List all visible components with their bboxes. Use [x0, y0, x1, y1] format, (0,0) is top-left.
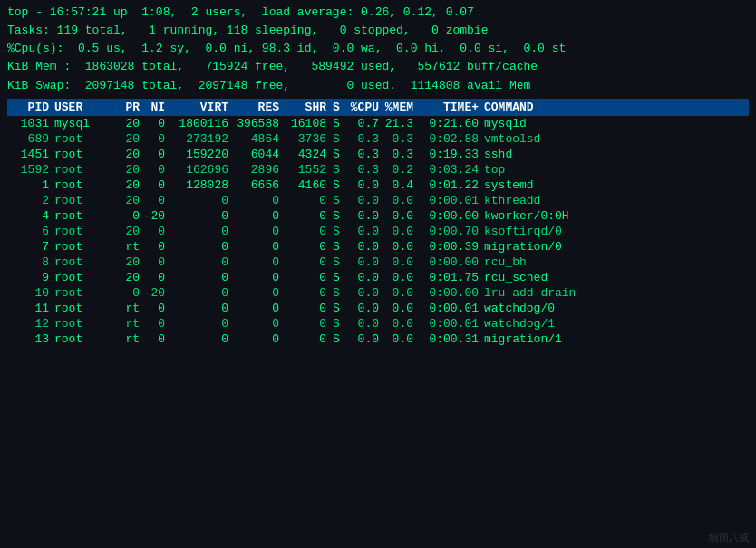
cell-user: root: [53, 194, 118, 207]
cell-res: 0: [232, 255, 283, 269]
table-row: 1031 mysql 20 0 1800116 396588 16108 S 0…: [7, 116, 749, 131]
cell-cmd: migration/1: [482, 332, 749, 346]
cell-cmd: ksoftirqd/0: [482, 225, 749, 238]
cell-s: S: [330, 240, 343, 254]
cell-time: 0:00.01: [417, 317, 482, 331]
cell-time: 0:00.39: [417, 240, 482, 254]
cell-pr: rt: [118, 302, 143, 315]
cell-user: root: [53, 286, 118, 300]
header-line-3: %Cpu(s): 0.5 us, 1.2 sy, 0.0 ni, 98.3 id…: [7, 40, 749, 58]
cell-virt: 0: [169, 286, 232, 300]
cell-shr: 0: [283, 271, 330, 284]
cell-pr: 20: [118, 194, 143, 207]
col-header-pr: PR: [118, 101, 143, 114]
cell-pid: 8: [7, 255, 53, 269]
cell-user: mysql: [53, 117, 118, 130]
cell-mem: 0.3: [383, 148, 417, 161]
table-row: 10 root 0 -20 0 0 0 S 0.0 0.0 0:00.00 lr…: [7, 285, 749, 301]
cell-mem: 0.0: [383, 332, 417, 346]
cell-shr: 0: [283, 240, 330, 254]
col-header-mem: %MEM: [383, 101, 417, 114]
cell-cpu: 0.0: [343, 332, 383, 346]
cell-pr: 20: [118, 225, 143, 238]
cell-cmd: mysqld: [482, 117, 749, 130]
cell-shr: 0: [283, 302, 330, 315]
cell-cpu: 0.3: [343, 132, 383, 146]
cell-res: 0: [232, 302, 283, 315]
cell-shr: 16108: [283, 117, 330, 130]
table-row: 11 root rt 0 0 0 0 S 0.0 0.0 0:00.01 wat…: [7, 301, 749, 316]
cell-user: root: [53, 225, 118, 238]
cell-cpu: 0.0: [343, 302, 383, 315]
col-header-s: S: [330, 101, 343, 114]
cell-cpu: 0.0: [343, 209, 383, 223]
cell-mem: 0.0: [383, 302, 417, 315]
cell-pr: 20: [118, 132, 143, 146]
cell-cpu: 0.0: [343, 286, 383, 300]
cell-cmd: watchdog/1: [482, 317, 749, 331]
cell-pr: 20: [118, 163, 143, 177]
cell-mem: 0.0: [383, 271, 417, 284]
cell-pid: 10: [7, 286, 53, 300]
cell-cmd: lru-add-drain: [482, 286, 749, 300]
cell-s: S: [330, 132, 343, 146]
cell-pr: rt: [118, 332, 143, 346]
cell-cmd: top: [482, 163, 749, 177]
cell-pr: rt: [118, 317, 143, 331]
cell-user: root: [53, 163, 118, 177]
cell-mem: 0.0: [383, 255, 417, 269]
cell-pr: 20: [118, 178, 143, 192]
cell-pid: 12: [7, 317, 53, 331]
cell-time: 0:01.75: [417, 271, 482, 284]
col-header-cpu: %CPU: [343, 101, 383, 114]
cell-pid: 4: [7, 209, 53, 223]
cell-s: S: [330, 163, 343, 177]
cell-shr: 3736: [283, 132, 330, 146]
cell-ni: 0: [143, 132, 169, 146]
cell-s: S: [330, 178, 343, 192]
cell-ni: -20: [143, 286, 169, 300]
table-row: 1451 root 20 0 159220 6044 4324 S 0.3 0.…: [7, 147, 749, 162]
cell-pr: 20: [118, 255, 143, 269]
cell-res: 0: [232, 286, 283, 300]
cell-cmd: watchdog/0: [482, 302, 749, 315]
cell-ni: 0: [143, 302, 169, 315]
cell-pid: 9: [7, 271, 53, 284]
cell-s: S: [330, 209, 343, 223]
cell-res: 0: [232, 317, 283, 331]
table-body: 1031 mysql 20 0 1800116 396588 16108 S 0…: [7, 116, 749, 347]
cell-virt: 0: [169, 302, 232, 315]
cell-shr: 1552: [283, 163, 330, 177]
cell-user: root: [53, 178, 118, 192]
cell-time: 0:01.22: [417, 178, 482, 192]
col-header-shr: SHR: [283, 101, 330, 114]
cell-res: 0: [232, 225, 283, 238]
cell-pr: 0: [118, 286, 143, 300]
cell-pid: 1031: [7, 117, 53, 130]
cell-ni: 0: [143, 148, 169, 161]
cell-cmd: kworker/0:0H: [482, 209, 749, 223]
cell-cpu: 0.0: [343, 225, 383, 238]
cell-ni: 0: [143, 225, 169, 238]
cell-s: S: [330, 286, 343, 300]
cell-res: 0: [232, 209, 283, 223]
cell-cmd: rcu_sched: [482, 271, 749, 284]
cell-time: 0:00.70: [417, 225, 482, 238]
cell-s: S: [330, 302, 343, 315]
table-row: 689 root 20 0 273192 4864 3736 S 0.3 0.3…: [7, 131, 749, 147]
cell-res: 0: [232, 271, 283, 284]
cell-pid: 1: [7, 178, 53, 192]
cell-shr: 4160: [283, 178, 330, 192]
cell-res: 6044: [232, 148, 283, 161]
cell-ni: 0: [143, 194, 169, 207]
cell-mem: 21.3: [383, 117, 417, 130]
cell-cmd: vmtoolsd: [482, 132, 749, 146]
cell-virt: 159220: [169, 148, 232, 161]
cell-time: 0:03.24: [417, 163, 482, 177]
cell-cpu: 0.7: [343, 117, 383, 130]
cell-mem: 0.0: [383, 317, 417, 331]
cell-s: S: [330, 255, 343, 269]
cell-user: root: [53, 148, 118, 161]
cell-ni: 0: [143, 240, 169, 254]
table-row: 1 root 20 0 128028 6656 4160 S 0.0 0.4 0…: [7, 178, 749, 193]
